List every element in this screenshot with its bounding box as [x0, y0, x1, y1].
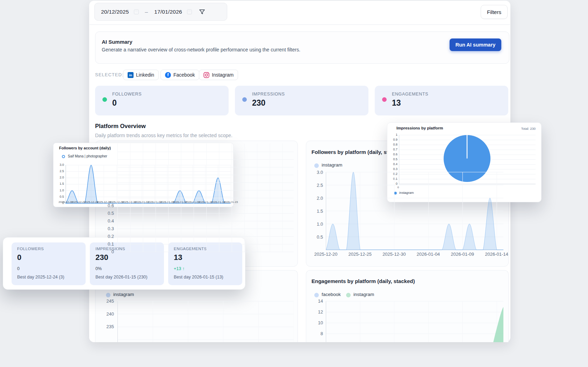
y-tick-label: 0.7 — [386, 148, 397, 151]
account-legend-circle-icon — [62, 155, 65, 158]
instagram-legend-label: instagram — [113, 292, 134, 297]
summary-best-day: Best day 2025-12-24 (3) — [17, 275, 64, 280]
y-tick-label: 2.0 — [309, 196, 323, 201]
y-tick-label: 10 — [309, 320, 323, 325]
instagram-legend-dot — [314, 163, 319, 168]
calendar-icon[interactable] — [187, 9, 192, 14]
y-tick-label: 245 — [100, 298, 114, 304]
y-tick-label: 3.0 — [309, 170, 323, 175]
instagram-legend-dot — [346, 293, 351, 297]
instagram-legend-label: instagram — [322, 162, 342, 168]
calendar-icon[interactable] — [134, 9, 139, 14]
summary-delta: +13 ↑ — [174, 266, 185, 271]
summary-delta: 0 — [17, 266, 20, 271]
summary-best-day: Best day 2026-01-15 (230) — [95, 275, 148, 280]
date-range-picker[interactable]: 20/12/2025 – 17/01/2026 — [94, 3, 227, 21]
followers-dot — [102, 97, 107, 102]
y-tick-label: 0.5 — [54, 195, 64, 198]
platform-overview-subtitle: Daily platform trends across key metrics… — [95, 133, 232, 138]
platform-overview-title: Platform Overview — [95, 123, 146, 129]
y-tick-label: 0.8 — [386, 143, 397, 146]
network-chip-label: Instagram — [212, 72, 234, 78]
y-tick-label: 0.1 — [100, 241, 114, 247]
y-tick-label: 0.4 — [100, 218, 114, 224]
x-tick-label: 2025-12-25 — [344, 252, 376, 257]
engagements-dot — [382, 97, 387, 102]
facebook-icon: f — [165, 72, 171, 78]
metric-card-engagements: ENGAGEMENTS 13 — [375, 86, 508, 115]
followers-by-platform-chart-svg — [326, 171, 503, 251]
date-from-value[interactable]: 20/12/2025 — [101, 9, 129, 15]
filters-button[interactable]: Filters — [481, 5, 508, 19]
y-tick-label: 0.5 — [100, 211, 114, 216]
x-tick-label: 2026-01-04 — [413, 252, 444, 257]
metric-value: 230 — [252, 98, 265, 108]
x-tick-label: 2025-12-20 — [310, 252, 342, 257]
date-range-separator: – — [144, 9, 150, 15]
impressions-by-platform-title: Impressions by platform — [396, 126, 443, 130]
summary-delta: 0% — [95, 266, 102, 271]
y-tick-label: 1.5 — [309, 209, 323, 214]
instagram-legend-dot — [106, 293, 110, 297]
summary-label: FOLLOWERS — [17, 247, 44, 251]
y-tick-label: 240 — [100, 311, 114, 317]
y-tick-label: 0 — [100, 249, 114, 254]
x-tick-label: 2025-12-30 — [378, 252, 410, 257]
followers-by-account-title: Followers by account (daily) — [59, 146, 111, 150]
impressions-total-label: Total: 230 — [501, 127, 536, 130]
x-tick-label: 2026-01-09 — [447, 252, 478, 257]
network-chip-label: Linkedin — [136, 72, 154, 78]
selected-label: SELECTED: — [95, 72, 124, 77]
account-legend-label: Saif Mana | photographer — [68, 154, 107, 158]
run-ai-summary-button[interactable]: Run AI summary — [450, 38, 501, 51]
metric-card-followers: FOLLOWERS 0 — [95, 86, 229, 115]
network-chip-linkedin[interactable]: in Linkedin — [123, 70, 159, 80]
facebook-legend-label: facebook — [322, 292, 341, 297]
linkedin-icon: in — [128, 72, 134, 78]
metric-label: ENGAGEMENTS — [392, 92, 428, 97]
engagements-by-platform-title: Engagements by platform (daily, stacked) — [311, 278, 415, 284]
network-chip-facebook[interactable]: f Facebook — [160, 70, 199, 80]
y-tick-label: 2.5 — [54, 169, 64, 173]
y-tick-label: 3.0 — [54, 163, 64, 167]
ai-summary-title: AI Summary — [102, 39, 132, 45]
x-tick-label: 2026-01-14 — [481, 252, 512, 257]
y-tick-label: 0.6 — [386, 153, 397, 156]
facebook-legend-dot — [314, 293, 319, 297]
instagram-legend-label: instagram — [353, 292, 374, 297]
ai-summary-description: Generate a narrative overview of cross-n… — [102, 47, 300, 52]
funnel-icon[interactable] — [199, 9, 205, 15]
summary-card-followers: FOLLOWERS 0 0 Best day 2025-12-24 (3) — [12, 242, 86, 285]
y-tick-label: 12 — [309, 309, 323, 315]
y-tick-label: 8 — [309, 331, 323, 336]
y-tick-label: 2.5 — [309, 183, 323, 188]
metric-label: IMPRESSIONS — [252, 92, 285, 97]
y-tick-label: 1.5 — [54, 182, 64, 185]
y-tick-label: 0.5 — [386, 157, 397, 161]
engagements-by-platform-chart-svg — [326, 297, 503, 342]
y-tick-label: 1 — [386, 133, 397, 136]
top-divider — [89, 24, 510, 25]
y-tick-label: 0.4 — [386, 162, 397, 166]
summary-value: 0 — [17, 253, 21, 262]
summary-value: 13 — [174, 253, 182, 262]
metric-card-impressions: IMPRESSIONS 230 — [235, 86, 368, 115]
network-chip-instagram[interactable]: Instagram — [199, 70, 238, 80]
impressions-dot — [242, 97, 247, 102]
y-tick-label: 2.0 — [54, 176, 64, 179]
date-to-value[interactable]: 17/01/2026 — [154, 9, 182, 15]
y-tick-label: 0.5 — [309, 234, 323, 240]
summary-best-day: Best day 2026-01-15 (13) — [174, 275, 223, 280]
network-chip-label: Facebook — [173, 72, 195, 78]
top-left-chart-svg — [117, 143, 294, 253]
metric-value: 0 — [112, 98, 117, 108]
impressions-daily-chart-svg — [117, 298, 294, 342]
y-tick-label: 0.3 — [386, 167, 397, 171]
metric-value: 13 — [392, 98, 401, 108]
metric-label: FOLLOWERS — [112, 92, 142, 97]
y-tick-label: 1.0 — [54, 189, 64, 192]
dashboard-screen: 20/12/2025 – 17/01/2026 Filters AI Summa… — [0, 0, 588, 367]
instagram-icon — [203, 72, 209, 78]
y-tick-label: 1.0 — [309, 221, 323, 227]
y-tick-label: 0.2 — [100, 234, 114, 239]
